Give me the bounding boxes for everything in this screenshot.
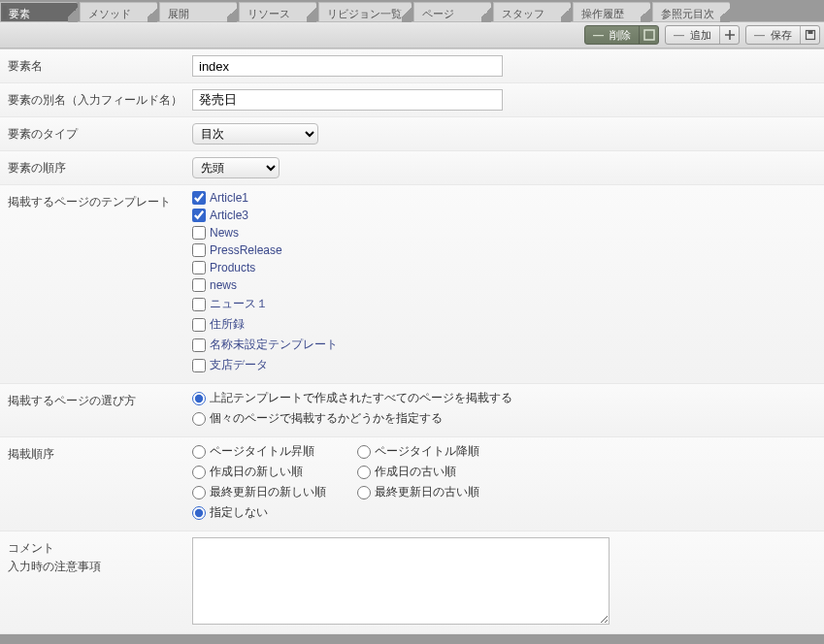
tab-2[interactable]: 展開 <box>159 2 237 21</box>
delete-label: 削除 <box>610 28 631 43</box>
tab-label: リビジョン一覧 <box>327 7 402 21</box>
sort-label: 作成日の古い順 <box>375 464 456 480</box>
template-checkbox[interactable] <box>192 209 206 222</box>
template-label: PressRelease <box>210 243 282 257</box>
template-item[interactable]: Products <box>192 261 816 274</box>
label-name: 要素名 <box>8 55 192 75</box>
sort-option[interactable]: ページタイトル昇順 <box>192 443 357 460</box>
save-label: 保存 <box>771 28 792 43</box>
template-item[interactable]: ニュース１ <box>192 296 816 312</box>
template-label: ニュース１ <box>210 296 268 312</box>
sort-option[interactable]: ページタイトル降順 <box>357 443 522 460</box>
template-label: Article1 <box>210 191 248 205</box>
sort-label: 指定しない <box>210 504 268 521</box>
row-alias: 要素の別名（入力フィールド名） <box>0 83 824 117</box>
tab-1[interactable]: メソッド <box>80 2 157 21</box>
save-disk-icon[interactable] <box>800 26 819 44</box>
selection-option[interactable]: 個々のページで掲載するかどうかを指定する <box>192 410 816 427</box>
tab-3[interactable]: リソース <box>239 2 316 21</box>
selection-radio[interactable] <box>192 412 206 426</box>
template-item[interactable]: news <box>192 278 816 292</box>
tab-label: 要素 <box>9 7 30 21</box>
template-checkbox[interactable] <box>192 359 206 372</box>
sort-option[interactable]: 作成日の古い順 <box>357 464 522 480</box>
sort-radios: ページタイトル昇順ページタイトル降順作成日の新しい順作成日の古い順最終更新日の新… <box>192 443 580 525</box>
sort-radio[interactable] <box>192 506 206 520</box>
selection-label: 上記テンプレートで作成されたすべてのページを掲載する <box>210 390 512 406</box>
selection-option[interactable]: 上記テンプレートで作成されたすべてのページを掲載する <box>192 390 816 406</box>
tab-label: 展開 <box>168 7 189 21</box>
select-type[interactable]: 目次 <box>192 123 318 145</box>
template-label: News <box>210 226 239 240</box>
template-item[interactable]: 名称未設定テンプレート <box>192 337 816 353</box>
delete-button[interactable]: —削除 <box>584 25 659 45</box>
sort-radio[interactable] <box>357 486 371 499</box>
label-templates: 掲載するページのテンプレート <box>8 191 192 210</box>
svg-rect-0 <box>644 30 654 40</box>
select-order[interactable]: 先頭 <box>192 157 280 178</box>
tab-6[interactable]: スタッフ <box>493 2 571 21</box>
template-label: Article3 <box>210 209 248 222</box>
sort-option[interactable]: 最終更新日の新しい順 <box>192 484 357 500</box>
footer-bar <box>0 634 824 644</box>
input-alias[interactable] <box>192 89 503 111</box>
sort-radio[interactable] <box>192 466 206 479</box>
template-label: Products <box>210 261 255 274</box>
sort-radio[interactable] <box>192 486 206 499</box>
template-checkbox[interactable] <box>192 243 206 257</box>
sort-option[interactable]: 作成日の新しい順 <box>192 464 357 480</box>
template-item[interactable]: 住所録 <box>192 316 816 333</box>
template-label: 名称未設定テンプレート <box>210 337 338 353</box>
template-item[interactable]: Article3 <box>192 209 816 222</box>
label-alias: 要素の別名（入力フィールド名） <box>8 89 192 109</box>
delete-menu-icon[interactable] <box>639 26 658 44</box>
sort-radio[interactable] <box>192 445 206 459</box>
selection-radio[interactable] <box>192 392 206 405</box>
template-checkbox[interactable] <box>192 338 206 352</box>
template-label: 支店データ <box>210 357 268 373</box>
label-type: 要素のタイプ <box>8 123 192 143</box>
sort-radio[interactable] <box>357 466 371 479</box>
selection-radios: 上記テンプレートで作成されたすべてのページを掲載する個々のページで掲載するかどう… <box>192 390 816 427</box>
template-checkbox[interactable] <box>192 261 206 274</box>
row-name: 要素名 <box>0 49 824 83</box>
add-label: 追加 <box>690 28 711 43</box>
action-bar: —削除 —追加 —保存 <box>0 21 824 48</box>
template-label: 住所録 <box>210 316 245 333</box>
add-button[interactable]: —追加 <box>665 25 740 45</box>
template-checkbox[interactable] <box>192 318 206 332</box>
template-item[interactable]: News <box>192 226 816 240</box>
template-item[interactable]: PressRelease <box>192 243 816 257</box>
tab-label: ページ <box>422 7 454 21</box>
tab-7[interactable]: 操作履歴 <box>573 2 650 21</box>
tab-label: スタッフ <box>502 7 544 21</box>
sort-label: 作成日の新しい順 <box>210 464 303 480</box>
row-comment: コメント 入力時の注意事項 <box>0 531 824 634</box>
sort-radio[interactable] <box>357 445 371 459</box>
sort-label: ページタイトル降順 <box>375 443 479 460</box>
tab-4[interactable]: リビジョン一覧 <box>318 2 412 21</box>
template-list: Article1Article3NewsPressReleaseProducts… <box>192 191 816 373</box>
label-order: 要素の順序 <box>8 157 192 177</box>
sort-label: 最終更新日の古い順 <box>375 484 479 500</box>
tab-8[interactable]: 参照元目次 <box>652 2 730 21</box>
template-item[interactable]: Article1 <box>192 191 816 205</box>
sort-label: 最終更新日の新しい順 <box>210 484 326 500</box>
tab-0[interactable]: 要素 <box>0 2 78 21</box>
sort-option[interactable]: 最終更新日の古い順 <box>357 484 522 500</box>
template-item[interactable]: 支店データ <box>192 357 816 373</box>
template-checkbox[interactable] <box>192 191 206 205</box>
input-name[interactable] <box>192 55 503 77</box>
add-plus-icon[interactable] <box>719 26 739 44</box>
sort-option[interactable]: 指定しない <box>192 504 580 521</box>
row-selection: 掲載するページの選び方 上記テンプレートで作成されたすべてのページを掲載する個々… <box>0 384 824 437</box>
tab-5[interactable]: ページ <box>413 2 491 21</box>
row-type: 要素のタイプ 目次 <box>0 117 824 151</box>
selection-label: 個々のページで掲載するかどうかを指定する <box>210 410 443 427</box>
save-button[interactable]: —保存 <box>745 25 820 45</box>
template-checkbox[interactable] <box>192 298 206 311</box>
template-checkbox[interactable] <box>192 226 206 240</box>
template-checkbox[interactable] <box>192 278 206 292</box>
textarea-comment[interactable] <box>192 537 610 625</box>
row-templates: 掲載するページのテンプレート Article1Article3NewsPress… <box>0 185 824 384</box>
